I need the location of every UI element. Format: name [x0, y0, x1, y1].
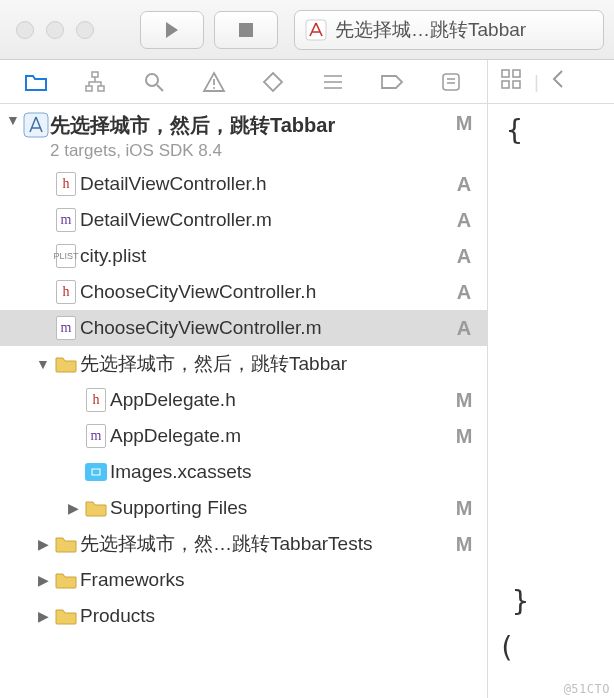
file-icon: m: [82, 424, 110, 448]
code-text: {: [506, 114, 523, 147]
tab-find-navigator[interactable]: [136, 64, 172, 100]
tree-file[interactable]: mDetailViewController.mA: [0, 202, 487, 238]
tree-folder[interactable]: ▶先选择城市，然…跳转TabbarTestsM: [0, 526, 487, 562]
run-button[interactable]: [140, 11, 204, 49]
code-editor[interactable]: { } ( @51CTO: [488, 104, 614, 698]
tab-project-navigator[interactable]: [18, 64, 54, 100]
breakpoint-icon: [380, 74, 404, 90]
tree-item-label: Frameworks: [80, 569, 451, 591]
svg-rect-4: [86, 86, 92, 91]
xcode-project-icon: [22, 112, 50, 138]
scheme-label: 先选择城…跳转Tabbar: [335, 17, 526, 43]
zoom-window-icon[interactable]: [76, 21, 94, 39]
diamond-icon: [262, 71, 284, 93]
tree-item-label: 先选择城市，然…跳转TabbarTests: [80, 531, 451, 557]
tree-project-root[interactable]: ▼ 先选择城市，然后，跳转Tabbar 2 targets, iOS SDK 8…: [0, 108, 487, 166]
tree-file[interactable]: hAppDelegate.hM: [0, 382, 487, 418]
disclosure-triangle-icon[interactable]: ▶: [34, 572, 52, 588]
folder-icon: [52, 535, 80, 553]
scm-status: A: [451, 173, 477, 196]
tree-folder[interactable]: ▶Frameworks: [0, 562, 487, 598]
file-icon: h: [82, 388, 110, 412]
svg-point-9: [213, 87, 215, 89]
disclosure-triangle-icon[interactable]: ▶: [34, 608, 52, 624]
project-navigator: ▼ 先选择城市，然后，跳转Tabbar 2 targets, iOS SDK 8…: [0, 60, 488, 698]
search-icon: [143, 71, 165, 93]
scm-status: A: [451, 245, 477, 268]
tab-test-navigator[interactable]: [255, 64, 291, 100]
svg-rect-16: [24, 113, 48, 137]
tree-item-label: AppDelegate.h: [110, 389, 451, 411]
svg-rect-3: [92, 72, 98, 77]
stop-button[interactable]: [214, 11, 278, 49]
folder-icon: [24, 72, 48, 92]
code-text: }: [512, 585, 529, 618]
window-controls: [16, 21, 94, 39]
scm-status: M: [451, 425, 477, 448]
svg-rect-19: [502, 70, 509, 77]
project-name: 先选择城市，然后，跳转Tabbar: [50, 112, 451, 139]
tree-file[interactable]: hDetailViewController.hA: [0, 166, 487, 202]
gauge-icon: [322, 72, 344, 92]
file-icon: m: [52, 208, 80, 232]
tree-folder[interactable]: ▶Products: [0, 598, 487, 634]
file-icon: h: [52, 172, 80, 196]
tab-symbol-navigator[interactable]: [77, 64, 113, 100]
tab-breakpoint-navigator[interactable]: [374, 64, 410, 100]
svg-rect-5: [98, 86, 104, 91]
tree-folder[interactable]: ▼先选择城市，然后，跳转Tabbar: [0, 346, 487, 382]
svg-rect-22: [513, 81, 520, 88]
svg-rect-20: [513, 70, 520, 77]
tree-file[interactable]: Images.xcassets: [0, 454, 487, 490]
scm-status: M: [451, 112, 477, 135]
disclosure-triangle-icon[interactable]: ▶: [34, 536, 52, 552]
editor-jump-bar: |: [488, 60, 614, 104]
scm-status: A: [451, 317, 477, 340]
disclosure-triangle-icon[interactable]: ▼: [34, 356, 52, 372]
tab-issue-navigator[interactable]: [196, 64, 232, 100]
related-items-icon[interactable]: [500, 68, 522, 95]
project-label: 先选择城市，然后，跳转Tabbar 2 targets, iOS SDK 8.4: [50, 112, 451, 161]
run-stop-group: [140, 11, 278, 49]
tree-item-label: ChooseCityViewController.m: [80, 317, 451, 339]
tree-file[interactable]: mAppDelegate.mM: [0, 418, 487, 454]
tab-report-navigator[interactable]: [433, 64, 469, 100]
scm-status: A: [451, 209, 477, 232]
svg-marker-0: [166, 22, 178, 38]
tree-file[interactable]: PLISTcity.plistA: [0, 238, 487, 274]
folder-icon: [52, 355, 80, 373]
navigator-tabs: [0, 60, 487, 104]
tab-debug-navigator[interactable]: [315, 64, 351, 100]
disclosure-triangle-icon[interactable]: ▼: [4, 112, 22, 128]
tree-file[interactable]: hChooseCityViewController.hA: [0, 274, 487, 310]
close-window-icon[interactable]: [16, 21, 34, 39]
scheme-selector[interactable]: 先选择城…跳转Tabbar: [294, 10, 604, 50]
scm-status: A: [451, 281, 477, 304]
folder-icon: [82, 499, 110, 517]
editor-pane: | { } ( @51CTO: [488, 60, 614, 698]
svg-line-7: [157, 85, 163, 91]
scm-status: M: [451, 533, 477, 556]
minimize-window-icon[interactable]: [46, 21, 64, 39]
tree-item-label: ChooseCityViewController.h: [80, 281, 451, 303]
app-icon: [305, 19, 327, 41]
tree-item-label: Supporting Files: [110, 497, 451, 519]
log-icon: [440, 72, 462, 92]
svg-rect-13: [443, 74, 459, 90]
back-button[interactable]: [551, 69, 565, 94]
tree-item-label: Products: [80, 605, 451, 627]
tree-item-label: 先选择城市，然后，跳转Tabbar: [80, 351, 451, 377]
folder-icon: [52, 607, 80, 625]
tree-file[interactable]: mChooseCityViewController.mA: [0, 310, 487, 346]
svg-point-6: [146, 74, 158, 86]
code-text: (: [498, 631, 515, 664]
disclosure-triangle-icon[interactable]: ▶: [64, 500, 82, 516]
window-toolbar: 先选择城…跳转Tabbar: [0, 0, 614, 60]
file-icon: PLIST: [52, 244, 80, 268]
svg-rect-21: [502, 81, 509, 88]
tree-folder[interactable]: ▶Supporting FilesM: [0, 490, 487, 526]
folder-icon: [52, 571, 80, 589]
tree-item-label: Images.xcassets: [110, 461, 451, 483]
file-tree: ▼ 先选择城市，然后，跳转Tabbar 2 targets, iOS SDK 8…: [0, 104, 487, 698]
tree-item-label: AppDelegate.m: [110, 425, 451, 447]
